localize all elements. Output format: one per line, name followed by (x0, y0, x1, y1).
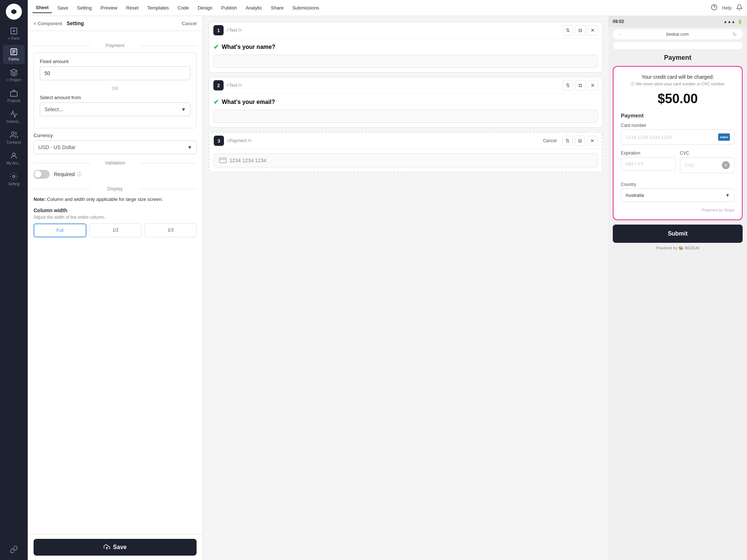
preview-top-input (613, 42, 743, 50)
preview-card-number-group: Card number 1234 1234 1234 1234 AMEX (621, 123, 735, 145)
currency-group: Currency USD - US Dollar ▼ (34, 133, 197, 154)
cvc-group: CVC CVC ⚙ (680, 151, 735, 178)
svg-point-11 (12, 153, 15, 156)
form-card-1-tag: <Text /> (227, 28, 560, 33)
form-card-3-body: 1234 1234 1234 (209, 149, 602, 172)
toggle-knob (34, 171, 42, 178)
nav-submissions[interactable]: Submissions (289, 3, 323, 13)
nav-setting[interactable]: Setting (73, 3, 95, 13)
sidebar-item-integrations[interactable] (3, 542, 25, 556)
wifi-icon: ▲▲▲ (723, 19, 735, 24)
cvc-label: CVC (680, 151, 735, 156)
sidebar-item-forms-label: Forms (9, 57, 19, 61)
nav-share[interactable]: Share (267, 3, 287, 13)
expiration-input[interactable]: MM / YY (621, 157, 676, 171)
form-card-2-body: ✔ What's your email? (209, 94, 602, 127)
help-icon[interactable] (711, 4, 717, 12)
form-card-3-actions: ⇅ ⧉ ✕ (562, 136, 597, 146)
sidebar-item-forms[interactable]: Forms (3, 45, 25, 64)
col-full-option[interactable]: Full (34, 223, 86, 237)
charge-amount: $50.00 (621, 91, 735, 106)
nav-publish[interactable]: Publish (218, 3, 241, 13)
country-input[interactable]: Australia ▼ (621, 188, 735, 202)
close-icon[interactable]: ✕ (588, 25, 598, 35)
back-button[interactable]: < Component (34, 21, 62, 26)
help-label[interactable]: Help (722, 5, 732, 11)
copy-3-icon[interactable]: ⧉ (575, 136, 585, 146)
move-up-3-icon[interactable]: ⇅ (562, 136, 573, 146)
nav-templates[interactable]: Templates (144, 3, 173, 13)
bell-icon[interactable] (736, 4, 743, 12)
nav-preview[interactable]: Preview (97, 3, 121, 13)
col-half-option[interactable]: 1/2 (89, 223, 142, 237)
nav-save[interactable]: Save (54, 3, 72, 13)
app-logo[interactable] (6, 4, 22, 20)
panel-title: Setting (66, 20, 84, 26)
sidebar-item-my-account[interactable]: My Acc... (3, 149, 25, 168)
sidebar-item-setting[interactable]: Setting (3, 170, 25, 189)
save-label: Save (113, 544, 127, 551)
sidebar-item-setting-label: Setting (8, 182, 19, 186)
sidebar-item-projects[interactable]: Projects (3, 86, 25, 106)
payment-section-divider: Payment (34, 43, 197, 48)
form-card-1-input[interactable] (213, 55, 598, 68)
close-2-icon[interactable]: ✕ (588, 80, 598, 90)
or-divider: OR (40, 86, 190, 91)
form-card-2-input[interactable] (213, 110, 598, 123)
submit-button[interactable]: Submit (613, 225, 743, 243)
fixed-amount-label: Fixed amount (40, 59, 190, 64)
sidebar-item-new-form[interactable]: + Form (3, 24, 25, 43)
move-up-2-icon[interactable]: ⇅ (563, 80, 573, 90)
select-amount-group: Select amount from Select... ▼ (40, 95, 190, 116)
svg-point-12 (13, 175, 15, 178)
close-3-icon[interactable]: ✕ (587, 136, 597, 146)
sidebar-item-submissions[interactable]: Submis... (3, 107, 25, 127)
fixed-amount-input[interactable] (40, 66, 190, 80)
select-amount-label: Select amount from (40, 95, 190, 100)
save-button[interactable]: Save (34, 539, 197, 556)
sidebar-item-new-project[interactable]: + Project (3, 66, 25, 85)
sidebar-item-contacts[interactable]: Contacts (3, 128, 25, 147)
back-nav-icon[interactable]: ← (619, 32, 623, 36)
battery-icon: 🔋 (738, 19, 743, 24)
nav-reset[interactable]: Reset (123, 3, 142, 13)
select-amount-dropdown[interactable]: Select... (40, 102, 190, 116)
col-third-option[interactable]: 1/3 (144, 223, 197, 237)
copy-icon[interactable]: ⧉ (575, 25, 585, 35)
card-3-cancel-button[interactable]: Cancel (543, 138, 557, 143)
col-width-sub: Adjust the width of the entire column. (34, 215, 197, 220)
checkmark-2-icon: ✔ (213, 98, 219, 106)
payment-preview-card: Your credit card will be charged: ⓘ We n… (613, 66, 743, 220)
nav-right: Help (711, 4, 743, 12)
main-wrapper: Sheet Save Setting Preview Reset Templat… (28, 0, 747, 560)
sidebar-item-contacts-label: Contacts (7, 140, 21, 144)
validation-section-divider: Validation (34, 160, 197, 166)
phone-icons: ▲▲▲ 🔋 (723, 19, 743, 24)
form-card-2-number: 2 (213, 80, 224, 90)
refresh-icon[interactable]: ↻ (732, 31, 737, 37)
nav-code[interactable]: Code (174, 3, 193, 13)
country-dropdown-icon: ▼ (725, 192, 730, 198)
currency-wrapper: USD - US Dollar ▼ (34, 140, 197, 154)
panel-header: < Component Setting Cancel (28, 16, 202, 31)
browser-bar: ← beekai.com ↻ (613, 29, 743, 39)
form-card-2-question: ✔ What's your email? (213, 98, 598, 106)
left-panel-content: Payment Fixed amount OR Select amount fr… (28, 31, 202, 534)
nav-sheet[interactable]: Sheet (32, 3, 52, 13)
expiry-cvc-row: Expiration MM / YY CVC CVC ⚙ (621, 151, 735, 178)
form-card-2-header: 2 <Text /> ⇅ ⧉ ✕ (209, 77, 602, 94)
required-toggle[interactable] (34, 170, 50, 179)
sidebar-item-projects-label: Projects (7, 99, 20, 103)
cvc-input[interactable]: CVC ⚙ (680, 157, 735, 173)
nav-design[interactable]: Design (194, 3, 216, 13)
save-bar: Save (28, 534, 202, 560)
display-note: Note: Column and width only applicable f… (34, 196, 197, 203)
nav-analytic[interactable]: Analytic (242, 3, 266, 13)
currency-dropdown[interactable]: USD - US Dollar (34, 140, 197, 154)
svg-point-10 (12, 132, 14, 135)
copy-2-icon[interactable]: ⧉ (575, 80, 585, 90)
move-up-icon[interactable]: ⇅ (563, 25, 573, 35)
preview-card-number-input[interactable]: 1234 1234 1234 1234 AMEX (621, 129, 735, 145)
content-area: < Component Setting Cancel Payment Fixed… (28, 16, 747, 560)
cancel-button[interactable]: Cancel (182, 21, 197, 26)
